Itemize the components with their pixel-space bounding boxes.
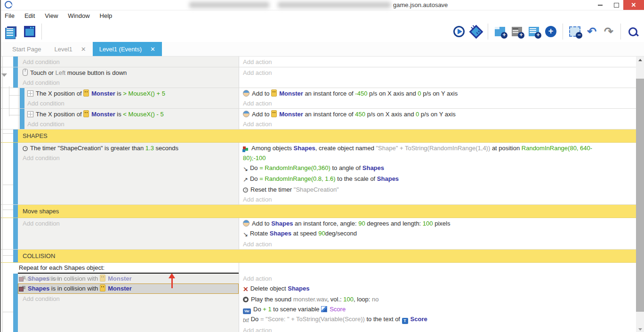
add-condition[interactable]: Add condition bbox=[23, 78, 239, 88]
event-text: no bbox=[372, 296, 378, 303]
foreach-header[interactable]: Repeat for each Shapes object: bbox=[18, 263, 239, 273]
add-action[interactable]: Add action bbox=[243, 194, 634, 204]
menu-window[interactable]: Window bbox=[68, 12, 89, 19]
event-text: is in collision with bbox=[49, 275, 100, 282]
close-button[interactable]: ✕ bbox=[623, 0, 644, 10]
redacted-title-text bbox=[189, 2, 269, 8]
event-text: p/s on Y axis bbox=[419, 111, 456, 118]
event-text: Add to bbox=[252, 111, 271, 118]
search-icon[interactable] bbox=[626, 24, 640, 39]
add-condition[interactable]: Add condition bbox=[23, 219, 239, 228]
redo-icon[interactable]: ↷ bbox=[602, 24, 616, 39]
add-event-icon[interactable]: + bbox=[493, 24, 507, 39]
condition-row[interactable]: The timer "ShapeCreation" is greater tha… bbox=[23, 143, 239, 153]
event-text: 100 bbox=[423, 220, 433, 227]
play-icon[interactable] bbox=[452, 24, 466, 39]
conditions-cell: The timer "ShapeCreation" is greater tha… bbox=[18, 143, 239, 204]
scroll-down-icon[interactable] bbox=[636, 326, 644, 332]
action-row[interactable]: Reset the timer "ShapeCreation" bbox=[243, 185, 634, 194]
condition-row[interactable]: Touch or Left mouse button is down bbox=[23, 68, 239, 78]
event-text: at position bbox=[490, 145, 522, 152]
event-text: The X position of bbox=[36, 111, 83, 118]
event-text: Monster bbox=[279, 90, 303, 97]
action-row[interactable]: ↗Do = RandomInRange(0.8, 1.6) to the sca… bbox=[243, 174, 634, 185]
menu-edit[interactable]: Edit bbox=[24, 12, 35, 19]
event-text: Shapes bbox=[294, 145, 315, 152]
comment-banner[interactable]: SHAPES bbox=[1, 130, 636, 143]
add-condition[interactable]: Add condition bbox=[27, 98, 239, 108]
action-row[interactable]: Play the sound monster.wav, vol.: 100, l… bbox=[243, 294, 634, 304]
scrollbar-thumb[interactable] bbox=[636, 79, 644, 312]
event-text: is in collision with bbox=[49, 285, 100, 292]
event-text: Score bbox=[411, 316, 427, 323]
condition-row[interactable]: The X position of Monster is < MouseX() … bbox=[27, 109, 239, 119]
force-icon bbox=[243, 111, 250, 117]
add-action[interactable]: Add action bbox=[243, 239, 634, 249]
action-row[interactable]: Add to Shapes an instant force, angle: 9… bbox=[243, 219, 634, 228]
event-text: Add to bbox=[252, 90, 271, 97]
event-text: to the scale of bbox=[336, 175, 377, 182]
undo-icon[interactable]: ↶ bbox=[585, 24, 599, 39]
tab-level1-events[interactable]: Level1 (Events)✕ bbox=[93, 42, 162, 56]
position-icon bbox=[27, 111, 33, 117]
event-text: an instant force of bbox=[303, 90, 355, 97]
event-bar bbox=[13, 57, 18, 67]
event-text: -450 bbox=[355, 90, 367, 97]
event-text: to angle of bbox=[330, 164, 362, 171]
comment-banner[interactable]: Move shapes bbox=[1, 205, 636, 218]
timer-icon bbox=[243, 187, 248, 193]
add-condition[interactable]: Add condition bbox=[23, 153, 239, 163]
event-text: deg/second bbox=[325, 230, 357, 237]
add-condition[interactable]: Add condition bbox=[23, 57, 239, 67]
force-icon bbox=[243, 90, 250, 97]
add-condition[interactable]: Add condition bbox=[18, 294, 239, 304]
action-row[interactable]: VarDo + 1 to scene variable Score bbox=[243, 304, 634, 314]
add-condition[interactable]: Add condition bbox=[27, 119, 239, 129]
event-text: is bbox=[115, 90, 123, 97]
close-tab-icon[interactable]: ✕ bbox=[150, 46, 155, 53]
action-row[interactable]: Add to Monster an instant force of -450 … bbox=[243, 89, 634, 98]
add-comment-icon[interactable]: + bbox=[527, 24, 541, 39]
toolbar: + + + + − ↶ ↷ bbox=[1, 21, 644, 42]
action-row[interactable]: Add to Monster an instant force of 450 p… bbox=[243, 109, 634, 119]
tab-level1[interactable]: Level1✕ bbox=[48, 42, 92, 56]
monster-icon bbox=[83, 110, 89, 117]
add-sub-event-icon[interactable]: + bbox=[510, 24, 524, 39]
event-bar bbox=[13, 250, 18, 262]
comment-banner-label: SHAPES bbox=[18, 130, 636, 142]
action-row[interactable]: ✕Delete object Shapes bbox=[243, 283, 634, 294]
delete-selection-icon[interactable]: − bbox=[568, 24, 582, 39]
menu-help[interactable]: Help bbox=[100, 12, 113, 19]
tab-start-page[interactable]: Start Page bbox=[6, 42, 48, 56]
action-row[interactable]: txtDo = "Score: " + ToString(Variable(Sc… bbox=[243, 314, 634, 325]
event-text: 450 bbox=[355, 111, 365, 118]
add-other-event-icon[interactable]: + bbox=[544, 24, 558, 39]
add-action[interactable]: Add action bbox=[243, 57, 634, 67]
tab-bar: Start Page Level1✕ Level1 (Events)✕ bbox=[1, 42, 644, 57]
menu-file[interactable]: File bbox=[5, 12, 15, 19]
comment-banner[interactable]: COLLISION bbox=[1, 250, 636, 263]
action-row[interactable]: Among objects Shapes, create object name… bbox=[243, 143, 634, 163]
scene-editor-icon[interactable] bbox=[23, 24, 37, 39]
close-tab-icon[interactable]: ✕ bbox=[81, 46, 86, 53]
action-row[interactable]: ↘Rotate Shapes at speed 90deg/second bbox=[243, 228, 634, 239]
menu-view[interactable]: View bbox=[45, 12, 58, 19]
scene-events-icon[interactable] bbox=[6, 24, 20, 39]
restore-button[interactable] bbox=[609, 0, 623, 10]
condition-row[interactable]: The X position of Monster is > MouseX() … bbox=[27, 89, 239, 98]
add-action[interactable]: Add action bbox=[243, 119, 634, 129]
add-action[interactable]: Add action bbox=[243, 274, 634, 283]
debugger-icon[interactable] bbox=[469, 24, 483, 39]
event-text: RandomInRange(80, 640- bbox=[522, 145, 592, 152]
scale-icon: ↗ bbox=[243, 175, 248, 185]
event-bar bbox=[13, 218, 18, 249]
add-action[interactable]: Add action bbox=[243, 98, 634, 108]
minimize-button[interactable] bbox=[593, 0, 607, 10]
selected-condition-row[interactable]: Shapes is in collision with Monster bbox=[18, 283, 239, 294]
action-row[interactable]: ↘Do = RandomInRange(0,360) to angle of S… bbox=[243, 163, 634, 174]
add-action[interactable]: Add action bbox=[243, 325, 634, 332]
event-text: an instant force of bbox=[303, 111, 355, 118]
scroll-up-icon[interactable] bbox=[636, 57, 644, 64]
event-text: Monster bbox=[108, 285, 132, 292]
add-action[interactable]: Add action bbox=[243, 68, 634, 78]
